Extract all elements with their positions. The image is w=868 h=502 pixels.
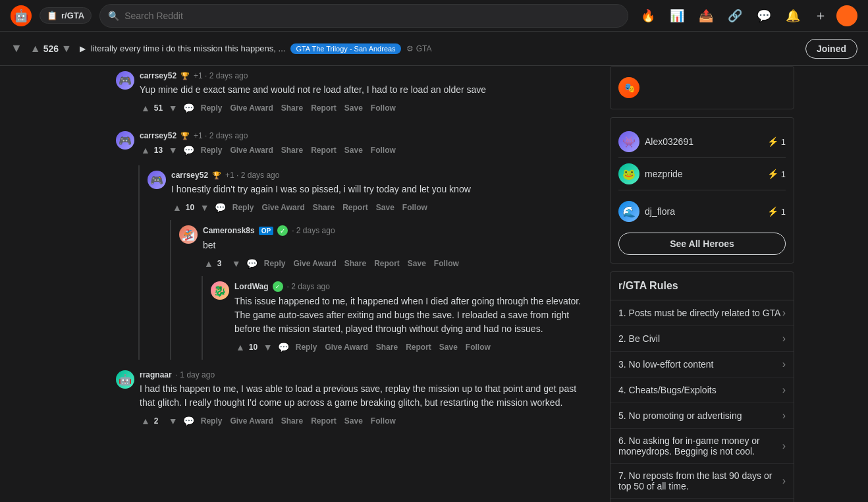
give-award-button[interactable]: Give Award [322, 340, 370, 354]
hero-name[interactable]: mezpride [645, 169, 683, 179]
rule-item-3[interactable]: 3. No low-effort content › [610, 352, 794, 377]
hero-name[interactable]: Alex032691 [645, 136, 693, 147]
reply-button[interactable]: Reply [230, 200, 257, 215]
hero-info: 🌊 dj_flora [618, 201, 675, 222]
follow-button[interactable]: Follow [463, 340, 493, 354]
save-button[interactable]: Save [405, 256, 429, 271]
share-button[interactable]: Share [279, 414, 306, 428]
reply-button[interactable]: Reply [198, 143, 225, 157]
comment-actions: ▲ 10 ▼ 💬 Reply Give Award Share Report [234, 340, 589, 354]
comment-author[interactable]: carrsey52 [140, 131, 176, 140]
reply-button[interactable]: Reply [293, 340, 320, 354]
comment-upvote[interactable]: ▲ [140, 101, 151, 115]
report-button[interactable]: Report [308, 143, 339, 157]
share-button[interactable]: Share [279, 101, 306, 115]
link-icon[interactable]: 🔗 [723, 4, 747, 28]
rule-expand-icon[interactable]: › [782, 410, 786, 422]
follow-button[interactable]: Follow [368, 414, 398, 428]
rule-expand-icon[interactable]: › [782, 358, 786, 370]
notification-icon[interactable]: 🔔 [781, 4, 805, 28]
follow-button[interactable]: Follow [400, 200, 430, 215]
comment-downvote[interactable]: ▼ [167, 144, 179, 157]
rule-item-5[interactable]: 5. No promoting or advertising › [610, 403, 794, 429]
downvote-button[interactable]: ▼ [61, 43, 72, 55]
rule-item-8[interactable]: 8. The discussion of bugs, exploits, and… [610, 499, 794, 502]
rule-expand-icon[interactable]: › [782, 333, 786, 345]
hero-points: ⚡ 1 [767, 169, 786, 179]
reply-button[interactable]: Reply [198, 101, 225, 115]
reddit-logo[interactable]: 🤖 [11, 5, 32, 26]
hero-name[interactable]: dj_flora [645, 206, 675, 217]
follow-button[interactable]: Follow [368, 101, 398, 115]
comment-downvote[interactable]: ▼ [167, 101, 179, 115]
avatar[interactable] [836, 5, 857, 26]
reply-button[interactable]: Reply [261, 256, 288, 271]
post-flair[interactable]: GTA The Trilogy - San Andreas [290, 43, 400, 54]
see-all-heroes-button[interactable]: See All Heroes [618, 233, 786, 255]
comment-avatar: 🐉 [211, 281, 229, 300]
comment-author[interactable]: Cameronsk8s [203, 226, 255, 235]
give-award-button[interactable]: Give Award [227, 101, 275, 115]
comment-time: +1 · 2 days ago [225, 171, 279, 180]
share-button[interactable]: Share [342, 256, 369, 271]
comment-downvote[interactable]: ▼ [262, 341, 274, 354]
rule-text: 3. No low-effort content [618, 359, 782, 370]
share-button[interactable]: Share [373, 340, 400, 354]
save-button[interactable]: Save [342, 143, 366, 157]
comment-upvote[interactable]: ▲ [171, 201, 183, 214]
rule-expand-icon[interactable]: › [782, 307, 786, 319]
reply-button[interactable]: Reply [198, 414, 225, 428]
report-button[interactable]: Report [308, 101, 339, 115]
comment-upvote[interactable]: ▲ [203, 257, 215, 270]
follow-button[interactable]: Follow [431, 256, 462, 271]
comment-downvote[interactable]: ▼ [167, 414, 179, 428]
save-button[interactable]: Save [373, 200, 397, 215]
save-button[interactable]: Save [342, 414, 366, 428]
share-button[interactable]: Share [310, 200, 337, 215]
rule-expand-icon[interactable]: › [782, 440, 786, 452]
comment-upvote[interactable]: ▲ [140, 414, 151, 428]
comment-text: I honestly didn't try again I was so pis… [171, 182, 589, 196]
subreddit-selector[interactable]: 📋 r/GTA [40, 7, 92, 24]
collapse-button[interactable]: ▼ [11, 42, 22, 55]
comment-downvote[interactable]: ▼ [231, 257, 242, 270]
comment-upvote[interactable]: ▲ [140, 144, 151, 157]
comment-author[interactable]: rragnaar [140, 370, 172, 379]
comment-thread: 🎮 carrsey52 🏆 +1 · 2 days ago ▲ 13 ▼ 💬 [116, 126, 589, 360]
joined-button[interactable]: Joined [805, 39, 857, 59]
report-button[interactable]: Report [371, 256, 402, 271]
comment-author[interactable]: LordWag [234, 282, 269, 291]
report-button[interactable]: Report [308, 414, 339, 428]
search-input[interactable] [124, 11, 620, 21]
share-button[interactable]: Share [279, 143, 306, 157]
rule-item-7[interactable]: 7. No reposts from the last 90 days or t… [610, 464, 794, 499]
follow-button[interactable]: Follow [368, 143, 398, 157]
add-button[interactable]: ＋ [810, 5, 831, 26]
rule-item-1[interactable]: 1. Posts must be directly related to GTA… [610, 300, 794, 326]
report-button[interactable]: Report [340, 200, 371, 215]
comment-upvote[interactable]: ▲ [234, 341, 246, 354]
comment-icon: 💬 [183, 103, 194, 113]
give-award-button[interactable]: Give Award [259, 200, 307, 215]
popular-icon[interactable]: 🔥 [636, 4, 660, 28]
give-award-button[interactable]: Give Award [227, 414, 275, 428]
save-button[interactable]: Save [342, 101, 366, 115]
give-award-button[interactable]: Give Award [290, 256, 339, 271]
rule-expand-icon[interactable]: › [782, 475, 786, 487]
save-button[interactable]: Save [437, 340, 460, 354]
report-button[interactable]: Report [403, 340, 434, 354]
rule-item-4[interactable]: 4. Cheats/Bugs/Exploits › [610, 377, 794, 403]
give-award-button[interactable]: Give Award [227, 143, 275, 157]
comment-author[interactable]: carrsey52 [140, 71, 176, 80]
share-icon[interactable]: 📤 [694, 4, 718, 28]
rule-expand-icon[interactable]: › [782, 384, 786, 396]
comment-item: 🎮 carrsey52 🏆 +1 · 2 days ago ▲ 13 ▼ 💬 [116, 126, 589, 165]
comment-author[interactable]: carrsey52 [171, 171, 208, 180]
rule-item-2[interactable]: 2. Be Civil › [610, 326, 794, 352]
comment-downvote[interactable]: ▼ [199, 201, 211, 214]
chat-icon[interactable]: 💬 [752, 4, 776, 28]
upvote-button[interactable]: ▲ [30, 43, 41, 55]
sub-name: GTA [416, 44, 432, 53]
rule-item-6[interactable]: 6. No asking for in-game money or moneyd… [610, 429, 794, 464]
coins-icon[interactable]: 📊 [665, 4, 689, 28]
